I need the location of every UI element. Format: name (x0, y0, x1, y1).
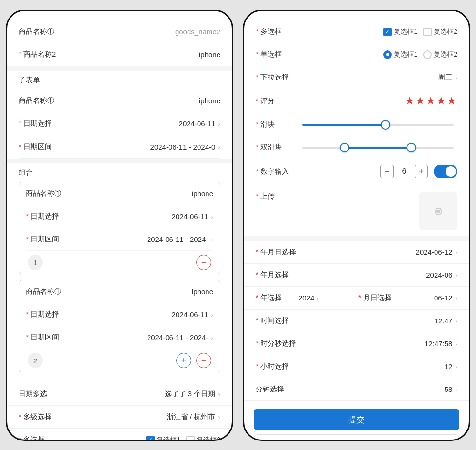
minute-row[interactable]: 分钟选择 58 › (244, 378, 469, 401)
group-box-1: 商品名称① iphone 日期选择 2024-06-11 › 日期区间 202 (19, 182, 220, 274)
g2-goods-row: 商品名称① iphone (26, 280, 213, 303)
number-input-group: − 6 + (380, 165, 457, 178)
upload-box[interactable] (419, 192, 457, 230)
reset-button[interactable]: 重置 (254, 434, 459, 440)
toggle-switch[interactable] (434, 165, 457, 178)
g2-goods-label: 商品名称① (26, 287, 69, 296)
g2-goods-value: iphone (69, 288, 213, 296)
slider-container[interactable] (298, 124, 457, 126)
slider-thumb[interactable] (381, 120, 390, 130)
double-slider-track (302, 147, 454, 149)
g1-range-label: 日期区间 (26, 235, 69, 244)
rating-stars: ★★★★★ (298, 95, 457, 107)
goods-name2-row[interactable]: 商品名称2 iphone (7, 43, 232, 66)
stars-display[interactable]: ★★★★★ (405, 95, 457, 107)
submit-button[interactable]: 提交 (254, 409, 459, 430)
minute-value: 58 › (298, 385, 457, 393)
g2-range-row[interactable]: 日期区间 2024-06-11 - 2024- › (26, 326, 213, 349)
left-checkbox-group: ✓ 复选框1 复选框2 (61, 436, 220, 440)
right-r2-dot[interactable] (423, 50, 432, 59)
left-cb1[interactable]: ✓ 复选框1 (146, 436, 180, 440)
year-value[interactable]: 2024 › (298, 294, 355, 302)
multi-select-row[interactable]: 多级选择 浙江省 / 杭州市 › (7, 406, 232, 429)
number-value: 6 (399, 167, 409, 176)
upload-label: 上传 (256, 192, 298, 201)
slider-row[interactable]: 滑块 (244, 113, 469, 136)
g2-num: 2 (28, 353, 43, 368)
date-multi-row[interactable]: 日期多选 选了了 3 个日期 › (7, 383, 232, 406)
group-label: 组合 (19, 168, 220, 177)
goods-name2-value: iphone (61, 50, 220, 59)
number-input-controls: − 6 + (298, 165, 457, 178)
left-checkbox-row: 多选框 ✓ 复选框1 复选框2 (7, 429, 232, 440)
right-r1[interactable]: 复选框1 (383, 50, 417, 59)
ymd-label: 年月日选择 (256, 248, 298, 257)
sub-date-label: 日期选择 (19, 119, 61, 128)
g1-date-value: 2024-06-11 › (69, 212, 213, 220)
slider-label: 滑块 (256, 120, 298, 129)
right-radio-label: 单选框 (256, 50, 298, 59)
g1-date-row[interactable]: 日期选择 2024-06-11 › (26, 205, 213, 228)
right-radio-row: 单选框 复选框1 复选框2 (244, 43, 469, 66)
month-day-value[interactable]: 06-12 › (401, 294, 457, 302)
double-slider-container[interactable] (298, 147, 457, 149)
hour-row[interactable]: 小时选择 12 › (244, 355, 469, 378)
ym-row[interactable]: 年月选择 2024-06 › (244, 264, 469, 287)
g1-range-row[interactable]: 日期区间 2024-06-11 - 2024- › (26, 228, 213, 251)
double-slider-right-thumb[interactable] (407, 143, 416, 152)
g2-date-value: 2024-06-11 › (69, 310, 213, 319)
right-checkbox-label: 多选框 (256, 27, 298, 36)
right-radio-group: 复选框1 复选框2 (298, 50, 457, 59)
left-cb2[interactable]: 复选框2 (186, 436, 220, 440)
g1-date-label: 日期选择 (26, 212, 69, 221)
double-slider-row[interactable]: 双滑块 (244, 136, 469, 159)
goods-name-header-label: 商品名称① (19, 27, 54, 36)
hour-label: 小时选择 (256, 362, 298, 371)
right-cb1-box[interactable]: ✓ (383, 28, 392, 36)
double-slider-label: 双滑块 (256, 143, 298, 152)
svg-rect-1 (436, 208, 441, 209)
left-cb2-box[interactable] (186, 436, 195, 440)
double-slider-fill (345, 147, 411, 149)
right-checkbox-row: 多选框 ✓ 复选框1 复选框2 (244, 20, 469, 43)
g2-date-row[interactable]: 日期选择 2024-06-11 › (26, 303, 213, 326)
g1-goods-label: 商品名称① (26, 189, 69, 198)
upload-area[interactable] (298, 192, 457, 230)
g2-minus-btn[interactable]: − (196, 353, 211, 368)
number-plus-btn[interactable]: + (415, 165, 428, 178)
right-r1-dot[interactable] (383, 50, 392, 59)
number-minus-btn[interactable]: − (380, 165, 394, 178)
right-cb1[interactable]: ✓ 复选框1 (383, 28, 417, 36)
left-cb1-box[interactable]: ✓ (146, 436, 155, 440)
time-hms-row[interactable]: 时分秒选择 12:47:58 › (244, 332, 469, 355)
double-slider-left-thumb[interactable] (340, 143, 349, 152)
dropdown-row[interactable]: 下拉选择 周三 › (244, 66, 469, 89)
time-row[interactable]: 时间选择 12:47 › (244, 310, 469, 332)
right-r2[interactable]: 复选框2 (423, 50, 457, 59)
dropdown-value: 周三 › (298, 73, 457, 82)
group-section: 组合 商品名称① iphone 日期选择 2024-06-11 › (7, 163, 232, 383)
g1-minus-btn[interactable]: − (196, 255, 211, 270)
right-cb2-box[interactable] (423, 28, 432, 36)
sub-date-row[interactable]: 日期选择 2024-06-11 › (19, 112, 220, 135)
goods-name2-label: 商品名称2 (19, 50, 61, 59)
g1-goods-value: iphone (69, 190, 213, 198)
sub-date-range-row[interactable]: 日期区间 2024-06-11 - 2024-0 › (19, 135, 220, 158)
ymd-row[interactable]: 年月日选择 2024-06-12 › (244, 241, 469, 264)
date-multi-label: 日期多选 (19, 390, 61, 399)
sub-goods-name-row: 商品名称① iphone (19, 90, 220, 112)
g2-plus-btn[interactable]: + (176, 353, 191, 368)
g1-goods-row: 商品名称① iphone (26, 182, 213, 205)
right-cb2[interactable]: 复选框2 (423, 28, 457, 36)
rating-row[interactable]: 评分 ★★★★★ (244, 89, 469, 113)
ymd-value: 2024-06-12 › (298, 248, 457, 256)
sub-goods-label: 商品名称① (19, 96, 61, 105)
slider-fill (302, 124, 386, 126)
number-input-row[interactable]: 数字输入 − 6 + (244, 159, 469, 184)
goods-name-header-row: 商品名称① goods_name2 (7, 20, 232, 43)
upload-row[interactable]: 上传 (244, 184, 469, 236)
goods-name-header-value: goods_name2 (54, 28, 220, 36)
time-value: 12:47 › (298, 317, 457, 325)
g2-footer: 2 + − (26, 349, 213, 372)
date-multi-value: 选了了 3 个日期 › (61, 390, 220, 399)
